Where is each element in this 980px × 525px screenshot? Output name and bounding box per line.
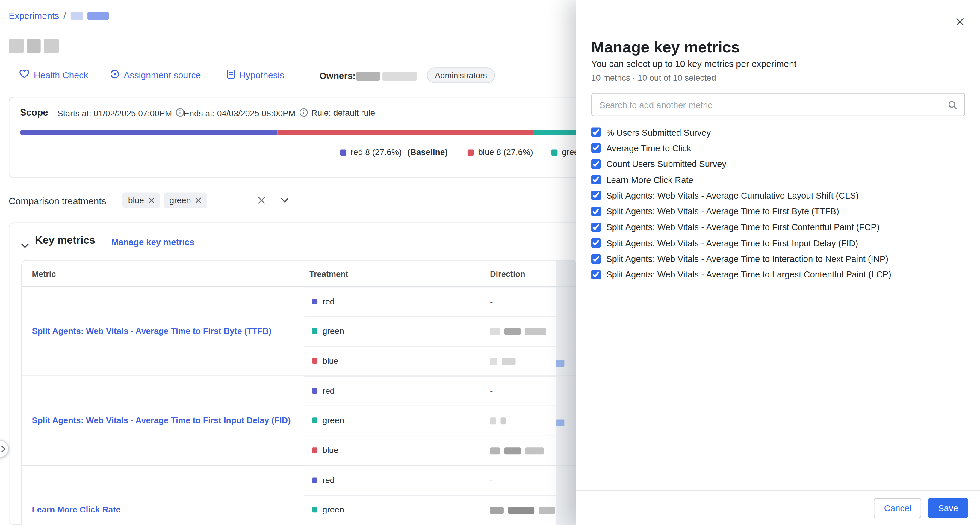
treatment-color-dot — [312, 299, 318, 305]
metric-checkbox[interactable] — [591, 207, 601, 216]
metric-option-label: Split Agents: Web Vitals - Average Cumul… — [606, 191, 859, 201]
administrators-badge: Administrators — [427, 67, 495, 83]
metric-option[interactable]: Split Agents: Web Vitals - Average Time … — [591, 267, 965, 282]
treatment-color-dot — [312, 418, 318, 423]
metric-checkbox[interactable] — [591, 254, 601, 263]
metric-option-label: Learn More Click Rate — [606, 175, 694, 185]
tab-hypothesis-label: Hypothesis — [239, 70, 284, 80]
tab-health-check[interactable]: Health Check — [19, 70, 88, 80]
metric-checkbox[interactable] — [591, 191, 601, 200]
treatment-color-dot — [312, 477, 318, 483]
close-icon[interactable] — [954, 16, 966, 30]
treatment-name: green — [323, 326, 344, 336]
drawer-footer: Cancel Save — [576, 490, 980, 525]
redacted-direction-value — [490, 418, 506, 424]
chip-remove-icon[interactable] — [195, 196, 201, 205]
search-input[interactable] — [592, 94, 964, 116]
tab-health-check-label: Health Check — [34, 70, 88, 80]
breadcrumb: Experiments / — [9, 11, 108, 21]
chip-blue[interactable]: blue — [123, 192, 160, 208]
expand-sidebar-button[interactable] — [0, 440, 9, 457]
metric-option[interactable]: Split Agents: Web Vitals - Average Time … — [591, 251, 965, 267]
metric-checkbox[interactable] — [591, 128, 601, 137]
legend-item-blue: blue 8 (27.6%) — [468, 147, 533, 157]
heart-icon — [19, 70, 29, 80]
allocation-segment-red — [20, 130, 278, 135]
chip-green[interactable]: green — [164, 192, 207, 208]
metric-link[interactable]: Split Agents: Web Vitals - Average Time … — [32, 326, 271, 337]
treatment-color-dot — [312, 507, 318, 513]
metric-group: Split Agents: Web Vitals - Average Time … — [22, 287, 576, 376]
table-header: Metric Treatment Direction — [22, 261, 576, 287]
metrics-count-line: 10 metrics · 10 out of 10 selected — [591, 73, 716, 82]
search-icon — [947, 100, 957, 113]
scope-title: Scope — [20, 107, 48, 118]
redacted-direction-value — [490, 358, 516, 365]
metric-checkbox[interactable] — [591, 238, 601, 247]
tab-assignment-source[interactable]: Assignment source — [110, 70, 200, 81]
scope-ends: Ends at: 04/03/2025 08:00PM — [184, 108, 308, 119]
metric-checkbox[interactable] — [591, 270, 601, 279]
info-icon[interactable] — [176, 108, 185, 119]
metric-option[interactable]: Split Agents: Web Vitals - Average Time … — [591, 203, 965, 219]
redacted-page-title — [9, 39, 59, 53]
metric-option-label: Average Time to Click — [606, 143, 691, 153]
tab-hypothesis[interactable]: Hypothesis — [227, 70, 284, 81]
treatment-name: blue — [323, 445, 339, 455]
document-icon — [227, 70, 235, 81]
redacted-breadcrumb-segment — [70, 12, 83, 20]
metric-option-label: Split Agents: Web Vitals - Average Time … — [606, 238, 858, 248]
info-icon[interactable] — [299, 108, 308, 119]
baseline-label: (Baseline) — [407, 147, 448, 157]
metric-option[interactable]: Average Time to Click — [591, 140, 965, 156]
chevron-down-icon[interactable] — [280, 196, 290, 204]
treatment-name: red — [323, 297, 335, 306]
comparison-treatments-label: Comparison treatments — [9, 196, 106, 206]
redacted-direction-value — [490, 507, 555, 514]
treatment-name: green — [323, 416, 344, 425]
target-icon — [110, 70, 119, 81]
metric-checkbox[interactable] — [591, 159, 601, 168]
metric-link[interactable]: Learn More Click Rate — [32, 504, 120, 516]
metric-option-label: Count Users Submitted Survey — [606, 159, 726, 169]
chip-remove-icon[interactable] — [148, 196, 154, 205]
metric-option[interactable]: Split Agents: Web Vitals - Average Time … — [591, 235, 965, 251]
metric-link[interactable]: Split Agents: Web Vitals - Average Time … — [32, 415, 291, 426]
metric-option[interactable]: Learn More Click Rate — [591, 172, 965, 188]
metric-checkbox[interactable] — [591, 144, 601, 153]
legend-swatch — [340, 149, 346, 155]
direction-value: - — [490, 386, 493, 396]
treatment-name: red — [323, 476, 335, 485]
manage-key-metrics-drawer: Manage key metrics You can select up to … — [576, 0, 980, 525]
column-header-metric: Metric — [32, 270, 56, 279]
tab-assignment-source-label: Assignment source — [124, 70, 200, 80]
key-metrics-table: Metric Treatment Direction Split Agents:… — [21, 260, 577, 525]
metric-option-label: Split Agents: Web Vitals - Average Time … — [606, 254, 888, 264]
metric-group: Split Agents: Web Vitals - Average Time … — [22, 377, 576, 466]
collapse-chevron-icon[interactable] — [21, 239, 29, 251]
metric-option-label: % Users Submitted Survey — [606, 128, 711, 137]
legend-item-red: red 8 (27.6%) (Baseline) — [340, 147, 448, 157]
metric-checkbox[interactable] — [591, 222, 601, 231]
page: Experiments / Health Check Assignment so… — [0, 0, 980, 525]
direction-value: - — [490, 297, 493, 306]
treatment-color-dot — [312, 358, 318, 364]
treatment-color-dot — [312, 447, 318, 453]
metric-option[interactable]: Split Agents: Web Vitals - Average Time … — [591, 219, 965, 235]
direction-value: - — [490, 476, 493, 485]
treatment-name: green — [323, 505, 344, 514]
key-metrics-title: Key metrics — [35, 235, 95, 247]
metric-option[interactable]: % Users Submitted Survey — [591, 124, 965, 140]
legend-swatch — [551, 149, 557, 155]
cancel-button[interactable]: Cancel — [874, 498, 921, 518]
metric-checkbox-list: % Users Submitted Survey Average Time to… — [591, 124, 965, 282]
manage-key-metrics-link[interactable]: Manage key metrics — [111, 237, 194, 247]
allocation-segment-blue — [278, 130, 533, 135]
metric-option[interactable]: Split Agents: Web Vitals - Average Cumul… — [591, 188, 965, 203]
redacted-impact-bar — [556, 360, 564, 367]
clear-selection-icon[interactable] — [256, 195, 267, 206]
metric-checkbox[interactable] — [591, 175, 601, 184]
metric-option[interactable]: Count Users Submitted Survey — [591, 156, 965, 172]
save-button[interactable]: Save — [928, 498, 968, 518]
breadcrumb-experiments-link[interactable]: Experiments — [9, 11, 59, 21]
